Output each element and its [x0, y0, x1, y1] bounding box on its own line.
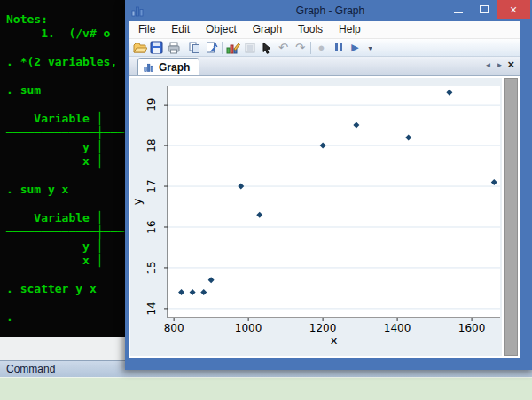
tab-graph[interactable]: Graph [137, 58, 200, 75]
save-icon[interactable] [148, 40, 165, 56]
menu-graph[interactable]: Graph [245, 21, 290, 38]
svg-text:15: 15 [145, 261, 158, 274]
open-icon[interactable] [131, 40, 148, 56]
console-line [6, 69, 128, 83]
copy-icon[interactable] [186, 40, 203, 56]
command-panel-label: Command [6, 363, 55, 375]
graph-window-titlebar[interactable]: Graph - Graph × [125, 0, 532, 21]
console-line: . sum [6, 83, 128, 98]
redo-icon[interactable]: ↷ [292, 40, 309, 56]
command-input[interactable] [0, 377, 532, 400]
tab-close-icon[interactable]: × [507, 59, 514, 70]
console-line [6, 41, 128, 55]
close-button[interactable]: × [497, 0, 530, 19]
toolbar-separator [184, 42, 184, 54]
paste-icon[interactable] [203, 40, 220, 56]
console-line: . scatter y x [6, 282, 128, 296]
graph-viewer: 1415161718198001000120014001600yx [129, 76, 520, 358]
console-line: y │ [6, 140, 128, 154]
console-line: . [6, 310, 128, 325]
graph-tab-icon [144, 61, 155, 73]
menu-help[interactable]: Help [331, 21, 369, 38]
svg-text:1600: 1600 [458, 322, 486, 334]
toolbar: ↶ ↷ ● ▶ ▾ [129, 39, 520, 57]
maximize-button[interactable] [471, 0, 497, 19]
stata-results-console: Notes: 1. (/v# o . *(2 variables, . sum … [0, 0, 129, 337]
vertical-scrollbar[interactable] [504, 78, 518, 356]
svg-text:1400: 1400 [384, 322, 411, 334]
menu-tools[interactable]: Tools [290, 21, 331, 38]
toolbar-separator [222, 42, 223, 54]
print-icon[interactable] [165, 40, 182, 56]
console-line: . *(2 variables, [6, 55, 128, 69]
menu-file[interactable]: File [130, 21, 163, 38]
console-line: Variable │ [6, 211, 128, 225]
svg-text:x: x [331, 333, 338, 347]
console-line: Variable │ [6, 112, 128, 126]
console-line: 1. (/v# o [6, 27, 128, 41]
console-line: ─────────────┼─── [6, 126, 128, 140]
graph-canvas: 1415161718198001000120014001600yx [130, 78, 502, 356]
console-line [6, 197, 128, 211]
minimize-button[interactable] [445, 0, 471, 19]
tab-graph-label: Graph [159, 61, 190, 74]
console-line: Notes: [6, 12, 128, 27]
svg-text:16: 16 [145, 220, 158, 233]
scatter-plot: 1415161718198001000120014001600yx [130, 78, 502, 353]
console-line: x │ [6, 254, 128, 268]
tab-next-icon[interactable]: ► [496, 61, 503, 69]
console-line [6, 268, 128, 282]
graph-window: Graph - Graph × File Edit Object Graph T… [125, 0, 532, 370]
svg-text:19: 19 [145, 98, 158, 111]
tab-strip: Graph ◄ ► × [129, 57, 520, 76]
pause-icon[interactable] [330, 40, 347, 56]
console-line [6, 296, 128, 310]
svg-text:y: y [130, 198, 144, 205]
console-line: . sum y x [6, 183, 128, 197]
menu-edit[interactable]: Edit [163, 21, 198, 38]
console-line: ─────────────┼─── [6, 225, 128, 239]
svg-text:17: 17 [145, 179, 158, 192]
toolbar-overflow-icon[interactable]: ▾ [365, 40, 375, 56]
console-line [6, 98, 128, 112]
svg-text:1000: 1000 [235, 322, 262, 334]
svg-text:800: 800 [164, 322, 184, 334]
pointer-icon[interactable] [258, 40, 275, 56]
play-icon[interactable]: ▶ [347, 40, 364, 56]
console-line: y │ [6, 239, 128, 254]
toolbar-separator [310, 42, 311, 54]
graph-editor-icon[interactable] [224, 40, 241, 56]
svg-text:18: 18 [145, 138, 158, 152]
undo-icon[interactable]: ↶ [275, 40, 292, 56]
console-line [6, 169, 128, 183]
menu-object[interactable]: Object [198, 21, 245, 38]
object-browser-icon[interactable] [241, 40, 258, 56]
menu-bar: File Edit Object Graph Tools Help [129, 21, 520, 39]
record-icon[interactable]: ● [313, 40, 330, 56]
console-line: x │ [6, 154, 128, 169]
tab-prev-icon[interactable]: ◄ [485, 61, 492, 69]
svg-text:1200: 1200 [309, 322, 337, 334]
svg-text:14: 14 [145, 302, 158, 315]
